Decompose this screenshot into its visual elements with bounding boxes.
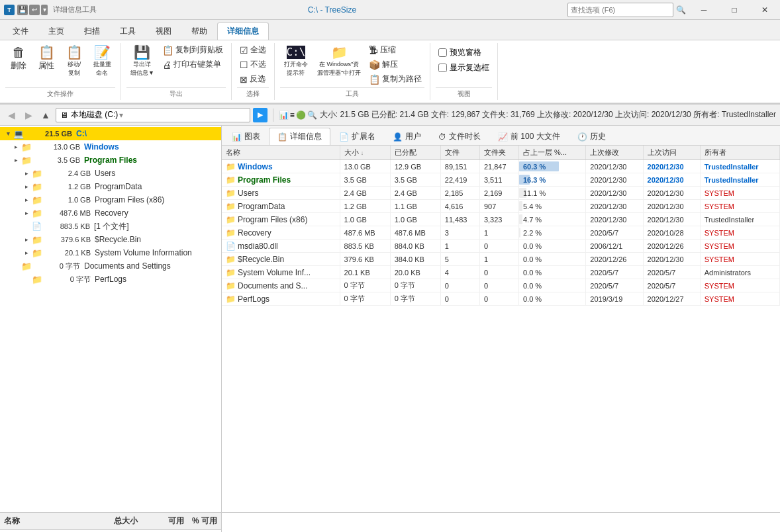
cell-name: 📁 PerfLogs (222, 292, 340, 306)
table-row[interactable]: 📁 Users 2.4 GB 2.4 GB 2,185 2,169 11.1 %… (222, 187, 780, 200)
search-input[interactable] (567, 3, 673, 17)
table-row[interactable]: 📄 msdia80.dll 883.5 KB 884.0 KB 1 0 0.0 … (222, 240, 780, 253)
maximize-button[interactable]: □ (719, 0, 750, 20)
root-expand-btn[interactable]: ▾ (3, 128, 13, 139)
compress-button[interactable]: 🗜 压缩 (366, 43, 424, 57)
col-owner[interactable]: 所有者 (700, 146, 779, 160)
table-row[interactable]: 📁 $Recycle.Bin 379.6 KB 384.0 KB 5 1 0.0… (222, 253, 780, 266)
tree-program-files[interactable]: ▸ 📁 3.5 GB Program Files (0, 154, 221, 167)
table-row[interactable]: 📁 Windows 13.0 GB 12.9 GB 89,151 21,847 … (222, 160, 780, 173)
export-details-button[interactable]: 💾 导出详细信息▼ (126, 43, 158, 80)
col-modified[interactable]: 上次修改 (586, 146, 643, 160)
tab-file[interactable]: 文件 (3, 22, 38, 40)
back-button[interactable]: ◀ (4, 108, 19, 122)
show-checkbox-input[interactable] (438, 64, 447, 72)
tab-home[interactable]: 主页 (38, 22, 74, 40)
clipboard-icon: 📋 (162, 45, 173, 56)
tab-details[interactable]: 📋 详细信息 (269, 128, 330, 145)
tab-tools[interactable]: 工具 (110, 22, 146, 40)
rec-expand-btn[interactable]: ▸ (21, 208, 32, 218)
tab-view[interactable]: 视图 (146, 22, 181, 40)
table-row[interactable]: 📁 System Volume Inf... 20.1 KB 20.0 KB 4… (222, 266, 780, 279)
minimize-button[interactable]: ─ (689, 0, 719, 20)
tab-help[interactable]: 帮助 (181, 22, 217, 40)
address-path[interactable]: 🖥 本地磁盘 (C:) ▾ (56, 108, 250, 122)
recycle-expand-btn[interactable]: ▸ (21, 234, 32, 245)
delete-button[interactable]: 🗑 删除 (5, 43, 32, 74)
tree-root[interactable]: ▾ 💻 21.5 GB C:\ (0, 127, 221, 140)
dropdown-chevron-icon[interactable]: ▾ (119, 111, 123, 120)
copy-to-clipboard-button[interactable]: 📋 复制到剪贴板 (160, 43, 226, 57)
col-allocated[interactable]: 已分配 (390, 146, 440, 160)
quick-undo-icon[interactable]: ↩ (29, 5, 40, 15)
go-button[interactable]: ▶ (253, 108, 268, 122)
tree-perflogs[interactable]: ▸ 📁 0 字节 PerfLogs (0, 273, 221, 286)
close-button[interactable]: ✕ (750, 0, 780, 20)
pfx86-expand-btn[interactable]: ▸ (21, 195, 32, 205)
invert-select-button[interactable]: ⊠ 反选 (237, 72, 269, 86)
tab-history[interactable]: 🕐 历史 (569, 128, 614, 145)
preview-pane-input[interactable] (438, 48, 447, 57)
tree-docs[interactable]: ▸ 📁 0 字节 Documents and Settings (0, 259, 221, 273)
svi-expand-btn[interactable]: ▸ (21, 247, 32, 258)
open-explorer-button[interactable]: 📁 在 Windows"资源管理器"中打开 (313, 43, 365, 80)
batch-rename-button[interactable]: 📝 批量重命名 (89, 43, 115, 80)
tree-windows[interactable]: ▸ 📁 13.0 GB Windows (0, 140, 221, 154)
move-copy-button[interactable]: 📋 移动/复制 (61, 43, 87, 80)
show-checkbox-checkbox[interactable]: 显示复选框 (436, 61, 492, 75)
col-folders[interactable]: 文件夹 (479, 146, 518, 160)
up-button[interactable]: ▲ (38, 108, 53, 122)
tree-recycle[interactable]: ▸ 📁 379.6 KB $Recycle.Bin (0, 233, 221, 246)
cell-name: 📁 Program Files (x86) (222, 213, 340, 226)
root-size: 21.5 GB (26, 130, 72, 138)
col-name[interactable]: 名称 (222, 146, 340, 160)
select-all-button[interactable]: ☑ 全选 (237, 43, 269, 57)
export-icon: 💾 (134, 46, 150, 59)
deselect-button[interactable]: ☐ 不选 (237, 58, 269, 71)
print-button[interactable]: 🖨 打印右键菜单 (160, 58, 226, 71)
tree-pfx86[interactable]: ▸ 📁 1.0 GB Program Files (x86) (0, 193, 221, 206)
tree-svi[interactable]: ▸ 📁 20.1 KB System Volume Information (0, 246, 221, 259)
tab-duration[interactable]: ⏱ 文件时长 (430, 128, 489, 145)
table-row[interactable]: 📁 Recovery 487.6 MB 487.6 MB 3 1 2.2 % 2… (222, 226, 780, 240)
table-row[interactable]: 📁 Documents and S... 0 字节 0 字节 0 0 0.0 %… (222, 279, 780, 292)
pd-expand-btn[interactable]: ▸ (21, 181, 32, 192)
pf-expand-btn[interactable]: ▸ (11, 155, 21, 165)
root-name: C:\ (76, 129, 87, 138)
col-files[interactable]: 文件 (440, 146, 479, 160)
tab-chart[interactable]: 📊 图表 (223, 128, 269, 145)
tree-1file[interactable]: ▸ 📄 883.5 KB [1 个文件] (0, 220, 221, 233)
col-size[interactable]: 大小 ↓ (340, 146, 390, 160)
quick-save-icon[interactable]: 💾 (17, 5, 28, 15)
cell-allocated: 0 字节 (390, 279, 440, 292)
col-accessed[interactable]: 上次访问 (643, 146, 700, 160)
tab-scan[interactable]: 扫描 (74, 22, 110, 40)
col-pct[interactable]: 占上一层 %... (519, 146, 586, 160)
table-row[interactable]: 📁 Program Files 3.5 GB 3.5 GB 22,419 3,5… (222, 173, 780, 187)
tree-recovery[interactable]: ▸ 📁 487.6 MB Recovery (0, 206, 221, 220)
tree-users[interactable]: ▸ 📁 2.4 GB Users (0, 167, 221, 180)
quick-more-icon[interactable]: ▾ (41, 5, 48, 15)
windows-expand-btn[interactable]: ▸ (11, 142, 21, 152)
1file-icon: 📄 (32, 222, 42, 231)
address-bar: ◀ ▶ ▲ 🖥 本地磁盘 (C:) ▾ ▶ 📊 ≡ 🟢 🔍 大小: 21.5 G… (0, 105, 780, 126)
tab-top100[interactable]: 📈 前 100 大文件 (489, 128, 569, 145)
rec-folder-icon: 📁 (32, 208, 42, 218)
table-row[interactable]: 📁 ProgramData 1.2 GB 1.1 GB 4,616 907 5.… (222, 200, 780, 213)
open-cmd-button[interactable]: C:\ 打开命令提示符 (280, 43, 312, 80)
forward-button[interactable]: ▶ (21, 108, 36, 122)
tree-programdata[interactable]: ▸ 📁 1.2 GB ProgramData (0, 180, 221, 193)
properties-button[interactable]: 📋 属性 (33, 43, 60, 74)
table-row[interactable]: 📁 Program Files (x86) 1.0 GB 1.0 GB 11,4… (222, 213, 780, 226)
cell-modified: 2019/3/19 (586, 292, 643, 306)
decompress-button[interactable]: 📦 解压 (366, 58, 424, 71)
cell-owner: SYSTEM (700, 200, 779, 213)
tab-user[interactable]: 👤 用户 (384, 128, 430, 145)
tab-extension[interactable]: 📄 扩展名 (330, 128, 384, 145)
cell-size: 0 字节 (340, 292, 390, 306)
users-expand-btn[interactable]: ▸ (21, 168, 32, 179)
table-row[interactable]: 📁 PerfLogs 0 字节 0 字节 0 0 0.0 % 2019/3/19… (222, 292, 780, 306)
tab-details[interactable]: 详细信息 (217, 22, 269, 40)
copy-path-button[interactable]: 📋 复制为路径 (366, 72, 424, 86)
preview-pane-checkbox[interactable]: 预览窗格 (436, 46, 492, 60)
